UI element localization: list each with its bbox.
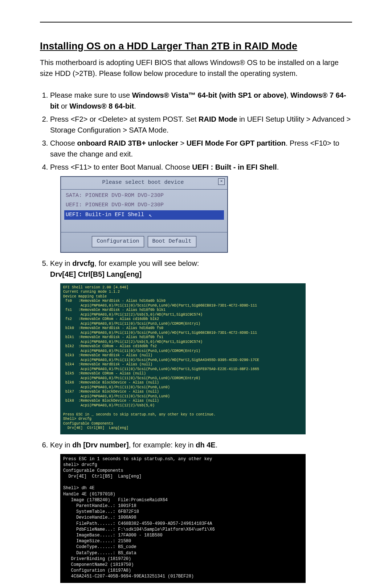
document-page: Installing OS on a HDD Larger Than 2TB i… [0,0,392,588]
step-3-text-b: > [178,139,187,147]
boot-menu-item-2-label: UEFI: Built-in EFI Shell [66,212,144,218]
step-1-bold-1: Windows® Vista™ 64-bit (with SP1 or abov… [132,91,286,99]
step-4-text-a: Press <F11> to enter Boot Manual. Choose [50,163,192,171]
step-3-text-a: Choose [50,139,77,147]
steps-list: Please make sure to use Windows® Vista™ … [40,90,352,583]
boot-menu-header: Please select boot device ✕ [61,177,228,189]
efi-shell-2-text: Press ESC in 1 seconds to skip startup.n… [63,457,215,579]
boot-default-button[interactable]: Boot Default [148,236,196,247]
step-4: Press <F11> to enter Boot Manual. Choose… [50,162,352,253]
efi-shell-screenshot-1: EFI Shell version 2.00 [4.640] Current r… [60,283,352,434]
step-6-text-c: . [216,441,218,449]
step-4-text-b: . [277,163,279,171]
boot-menu-item-0[interactable]: SATA: PIONEER DVD-ROM DVD-230P [64,191,224,201]
step-5-text-b: , for example you will see below: [94,259,199,267]
boot-menu-item-1[interactable]: UEFI: PIONEER DVD-ROM DVD-230P [64,200,224,210]
intro-paragraph: This motherboard is adopting UEFI BIOS t… [40,57,352,79]
step-1-text-c: or [59,102,69,110]
step-1-text-d: . [134,102,136,110]
step-6-bold-1: dh [Drv number] [72,441,129,449]
page-title: Installing OS on a HDD Larger Than 2TB i… [40,41,352,52]
step-6-text-b: , for example: key in [129,441,196,449]
step-6: Key in dh [Drv number], for example: key… [50,439,352,583]
configuration-button[interactable]: Configuration [92,236,144,247]
step-6-text-a: Key in [50,441,72,449]
step-4-bold: UEFI : Built - in EFI Shell [192,163,277,171]
step-6-bold-2: dh 4E [196,441,215,449]
boot-menu-buttons: Configuration Boot Default [61,232,228,252]
step-1-bold-3: Windows® 8 64-bit [69,102,134,110]
efi-shell-screenshot-2: Press ESC in 1 seconds to skip startup.n… [60,454,352,583]
step-5: Key in drvcfg, for example you will see … [50,258,352,434]
step-3-bold-1: onboard RAID 3TB+ unlocker [77,139,178,147]
efi-shell-1-text: EFI Shell version 2.00 [4.640] Current r… [63,285,259,430]
step-1: Please make sure to use Windows® Vista™ … [50,90,352,111]
step-5-bold-1: drvcfg [72,259,94,267]
step-2-bold: RAID Mode [199,115,237,123]
top-rule [40,22,352,23]
boot-menu-screenshot: Please select boot device ✕ SATA: PIONEE… [60,176,352,253]
step-3: Choose onboard RAID 3TB+ unlocker > UEFI… [50,138,352,159]
boot-menu-window: Please select boot device ✕ SATA: PIONEE… [60,176,228,253]
boot-menu-item-2[interactable]: UEFI: Built-in EFI Shell ↖ [64,210,224,220]
step-1-text-b: , [286,91,290,99]
step-5-bold-2: Drv[4E] Ctrl[B5] Lang[eng] [50,270,142,278]
step-3-bold-2: UEFI Mode For GPT partition [187,139,286,147]
cursor-icon: ↖ [149,212,152,219]
close-icon[interactable]: ✕ [218,178,225,185]
step-5-text-a: Key in [50,259,72,267]
efi-shell-1: EFI Shell version 2.00 [4.640] Current r… [60,283,306,434]
step-1-text-a: Please make sure to use [50,91,132,99]
boot-menu-title: Please select boot device [102,179,184,187]
step-2-text-a: Press <F2> or <Delete> at system POST. S… [50,115,199,123]
boot-menu-list: SATA: PIONEER DVD-ROM DVD-230P UEFI: PIO… [61,189,228,233]
efi-shell-2: Press ESC in 1 seconds to skip startup.n… [60,454,306,583]
step-2: Press <F2> or <Delete> at system POST. S… [50,114,352,135]
